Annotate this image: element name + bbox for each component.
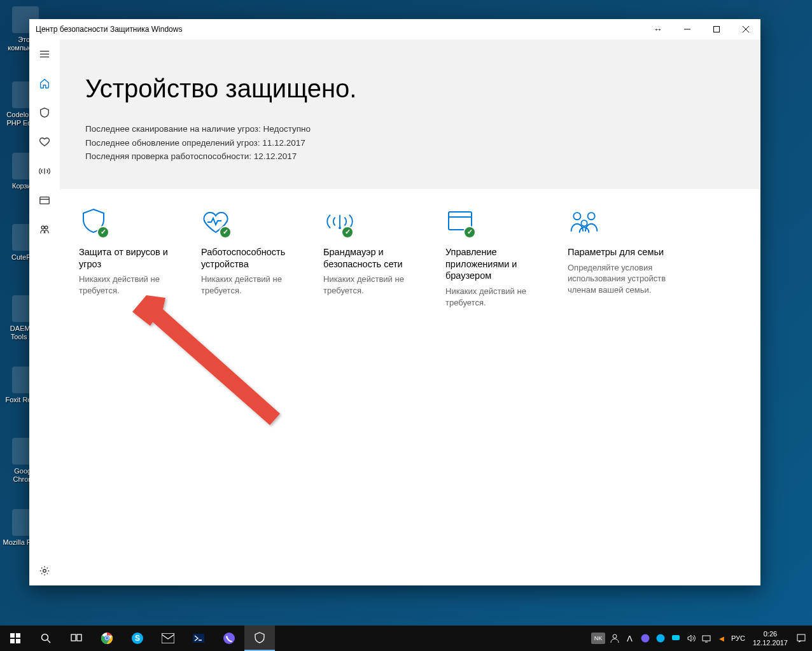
check-badge-icon xyxy=(219,226,232,239)
tile-title: Брандмауэр и безопасность сети xyxy=(323,246,435,270)
taskbar-app-mail[interactable] xyxy=(153,626,183,651)
status-value: 12.12.2017 xyxy=(254,151,297,161)
maximize-button[interactable] xyxy=(702,19,731,39)
tray-viber-icon[interactable] xyxy=(640,633,651,644)
check-badge-icon xyxy=(463,226,476,239)
user-badge[interactable]: NK xyxy=(591,633,605,644)
clock[interactable]: 0:26 12.12.2017 xyxy=(749,629,792,648)
taskbar-app-skype[interactable]: S xyxy=(122,626,153,651)
svg-rect-19 xyxy=(10,633,15,638)
taskbar-app-defender[interactable] xyxy=(244,626,275,651)
heart-icon xyxy=(201,207,237,237)
svg-point-38 xyxy=(641,634,649,643)
action-center-icon[interactable] xyxy=(795,633,807,644)
check-badge-icon xyxy=(341,226,354,239)
svg-rect-1 xyxy=(714,27,720,32)
svg-rect-22 xyxy=(16,639,20,643)
svg-point-37 xyxy=(613,634,617,638)
tile-sub: Никаких действий не требуется. xyxy=(445,286,557,308)
clock-time: 0:26 xyxy=(753,629,788,638)
task-view-button[interactable] xyxy=(61,626,92,651)
check-badge-icon xyxy=(97,226,109,239)
svg-point-39 xyxy=(656,634,664,643)
nav-settings[interactable] xyxy=(29,556,60,585)
window-body: Устройство защищено. Последнее сканирова… xyxy=(29,39,760,585)
tile-sub: Никаких действий не требуется. xyxy=(201,274,313,296)
search-button[interactable] xyxy=(31,626,61,651)
nav-virus-protection[interactable] xyxy=(29,98,60,127)
svg-rect-21 xyxy=(10,639,15,643)
defender-window: Центр безопасности Защитника Windows ↔ xyxy=(29,19,760,585)
clock-date: 12.12.2017 xyxy=(753,638,788,647)
tile-title: Работоспособность устройства xyxy=(201,246,313,270)
tile-title: Защита от вирусов и угроз xyxy=(79,246,191,270)
svg-point-10 xyxy=(45,226,48,229)
tray-chat-icon[interactable] xyxy=(670,633,682,644)
close-button[interactable] xyxy=(731,19,760,39)
nav-firewall[interactable] xyxy=(29,157,60,186)
desktop: Этот компьютерCodelobster PHP EditionКор… xyxy=(0,0,812,651)
svg-rect-40 xyxy=(672,635,680,640)
svg-point-16 xyxy=(588,213,595,220)
svg-point-17 xyxy=(581,220,587,226)
nav-app-browser[interactable] xyxy=(29,186,60,215)
taskbar-app-powershell[interactable] xyxy=(183,626,214,651)
nav-family[interactable] xyxy=(29,215,60,244)
svg-line-24 xyxy=(48,640,51,643)
svg-rect-20 xyxy=(16,633,20,638)
svg-point-15 xyxy=(573,213,580,220)
start-button[interactable] xyxy=(0,626,31,651)
tile-sub: Определяйте условия использования устрой… xyxy=(568,262,680,296)
browser-icon xyxy=(445,207,481,237)
tile-family[interactable]: Параметры для семьи Определяйте условия … xyxy=(568,207,680,309)
svg-point-23 xyxy=(42,634,48,641)
svg-text:S: S xyxy=(135,634,140,643)
tray-chevron-icon[interactable]: ᐱ xyxy=(624,633,636,644)
system-tray: NK ᐱ ◄ РУС 0:26 12.12.2017 xyxy=(591,629,812,648)
svg-rect-41 xyxy=(703,636,710,641)
window-title: Центр безопасности Защитника Windows xyxy=(36,25,182,34)
tray-volume-icon[interactable] xyxy=(685,633,697,644)
tile-sub: Никаких действий не требуется. xyxy=(323,274,435,296)
tile-title: Управление приложениями и браузером xyxy=(445,246,557,283)
people-icon[interactable] xyxy=(609,633,620,644)
tile-firewall[interactable]: Брандмауэр и безопасность сети Никаких д… xyxy=(323,207,435,309)
status-label: Последнее сканирование на наличие угроз: xyxy=(85,124,261,134)
tray-skype-icon[interactable] xyxy=(655,633,666,644)
nav-strip xyxy=(29,39,60,585)
nav-home[interactable] xyxy=(29,69,60,98)
taskbar-app-viber[interactable] xyxy=(214,626,244,651)
family-icon xyxy=(568,207,603,237)
tile-sub: Никаких действий не требуется. xyxy=(79,274,191,296)
signal-icon xyxy=(323,207,359,237)
minimize-button[interactable] xyxy=(673,19,702,39)
content-area: Устройство защищено. Последнее сканирова… xyxy=(60,39,760,585)
window-controls: ↔ xyxy=(643,19,760,39)
resize-handle-icon[interactable]: ↔ xyxy=(643,19,673,39)
svg-rect-7 xyxy=(40,197,49,204)
titlebar: Центр безопасности Защитника Windows ↔ xyxy=(29,19,760,39)
svg-rect-34 xyxy=(162,633,174,643)
svg-rect-43 xyxy=(797,634,805,641)
svg-rect-25 xyxy=(71,634,76,641)
status-block: Последнее сканирование на наличие угроз:… xyxy=(85,122,735,164)
taskbar: S NK ᐱ ◄ xyxy=(0,626,812,651)
tray-flag-icon[interactable]: ◄ xyxy=(716,633,727,644)
svg-rect-26 xyxy=(77,634,81,641)
taskbar-app-chrome[interactable] xyxy=(92,626,122,651)
tile-virus-protection[interactable]: Защита от вирусов и угроз Никаких действ… xyxy=(79,207,191,309)
svg-point-12 xyxy=(339,227,341,229)
hamburger-button[interactable] xyxy=(29,39,60,69)
nav-device-health[interactable] xyxy=(29,127,60,157)
page-title: Устройство защищено. xyxy=(85,74,735,103)
status-value: 11.12.2017 xyxy=(262,138,305,148)
svg-point-31 xyxy=(106,637,108,640)
tile-app-browser[interactable]: Управление приложениями и браузером Ника… xyxy=(445,207,557,309)
tray-network-icon[interactable] xyxy=(701,633,712,644)
language-indicator[interactable]: РУС xyxy=(731,634,745,642)
tile-device-health[interactable]: Работоспособность устройства Никаких дей… xyxy=(201,207,313,309)
tiles-row: Защита от вирусов и угроз Никаких действ… xyxy=(60,189,760,326)
hero-section: Устройство защищено. Последнее сканирова… xyxy=(60,39,760,189)
shield-icon xyxy=(79,207,115,237)
status-label: Последняя проверка работоспособности: xyxy=(85,151,251,161)
